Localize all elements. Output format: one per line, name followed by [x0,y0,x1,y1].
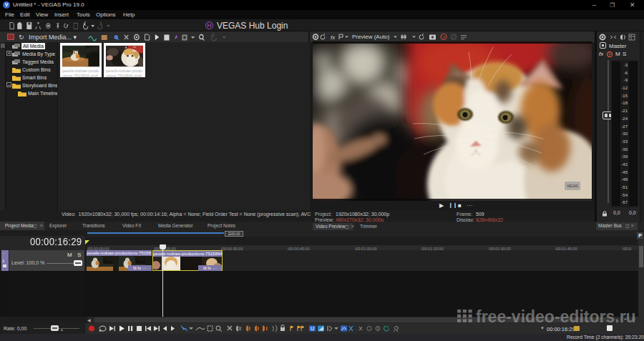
svg-text:-57: -57 [621,200,628,204]
svg-text:-48: -48 [621,177,628,182]
svg-text:fx: fx [331,34,336,41]
svg-text:-51: -51 [621,185,628,189]
svg-text:-9: -9 [624,78,628,82]
svg-text:-45: -45 [621,170,628,174]
svg-text:-54: -54 [621,193,628,197]
svg-text:-21: -21 [621,109,628,113]
svg-text:-42: -42 [621,162,628,167]
svg-text:V: V [442,35,445,39]
svg-text:-18: -18 [621,101,628,105]
svg-text:-12: -12 [621,86,628,90]
svg-text:-30: -30 [621,132,628,136]
svg-text:-15: -15 [621,94,628,98]
svg-text:-33: -33 [621,139,628,144]
svg-text:-36: -36 [621,147,628,152]
svg-text:-3: -3 [624,63,628,67]
svg-text:-39: -39 [621,154,628,159]
svg-text:U: U [311,326,314,331]
svg-text:VEGAS: VEGAS [567,184,578,188]
svg-text:-27: -27 [621,124,628,129]
svg-text:-6: -6 [624,71,628,75]
svg-text:-24: -24 [621,117,628,121]
